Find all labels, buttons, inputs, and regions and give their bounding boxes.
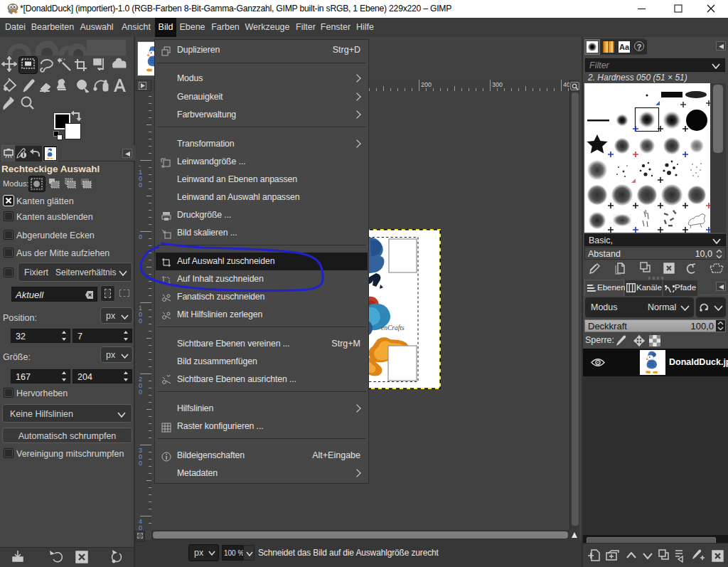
svg-text:enCrafts: enCrafts [381,324,405,332]
svg-text:0: 0 [139,181,142,189]
svg-text:0: 0 [139,524,142,530]
svg-text:0: 0 [139,317,142,324]
svg-text:400: 400 [563,81,569,88]
svg-text:0: 0 [139,460,142,467]
svg-text:300: 300 [492,81,503,88]
svg-text:0: 0 [139,388,142,396]
svg-text:200: 200 [421,81,432,88]
